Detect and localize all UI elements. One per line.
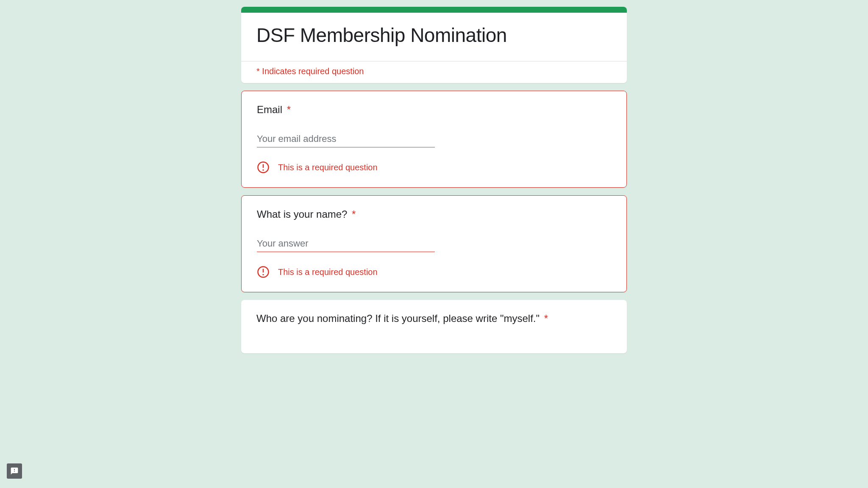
header-content: DSF Membership Nomination: [241, 13, 627, 61]
error-row: This is a required question: [257, 161, 611, 174]
question-text: What is your name?: [257, 208, 347, 220]
header-accent-stripe: [241, 7, 627, 13]
question-card-name: What is your name? * This is a required …: [241, 195, 627, 292]
required-asterisk: *: [544, 313, 548, 324]
feedback-icon: [10, 467, 19, 475]
svg-point-5: [262, 274, 264, 275]
email-field[interactable]: [257, 131, 435, 147]
feedback-button[interactable]: [7, 463, 22, 479]
form-container: DSF Membership Nomination * Indicates re…: [241, 0, 627, 368]
question-text: Who are you nominating? If it is yoursel…: [256, 313, 540, 324]
error-row: This is a required question: [257, 266, 611, 278]
question-card-email: Email * This is a required question: [241, 91, 627, 188]
required-asterisk: *: [352, 208, 356, 220]
required-asterisk: *: [287, 104, 291, 115]
error-message: This is a required question: [278, 163, 378, 172]
required-notice-text: * Indicates required question: [256, 67, 612, 76]
required-notice-section: * Indicates required question: [241, 61, 627, 83]
question-card-nomination: Who are you nominating? If it is yoursel…: [241, 300, 627, 353]
svg-point-2: [262, 169, 264, 171]
error-icon: [257, 161, 270, 174]
question-text: Email: [257, 104, 282, 115]
name-field[interactable]: [257, 236, 435, 252]
question-label: What is your name? *: [257, 208, 611, 220]
form-header-card: DSF Membership Nomination * Indicates re…: [241, 7, 627, 83]
error-message: This is a required question: [278, 267, 378, 277]
error-icon: [257, 266, 270, 278]
question-label: Email *: [257, 104, 611, 116]
question-label: Who are you nominating? If it is yoursel…: [256, 313, 612, 324]
form-title: DSF Membership Nomination: [256, 24, 612, 47]
